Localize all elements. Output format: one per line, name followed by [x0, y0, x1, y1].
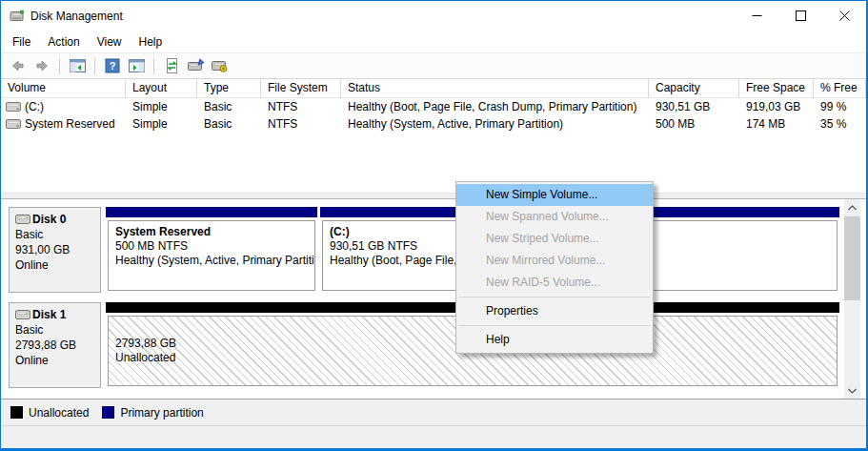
scroll-up-button[interactable] [844, 199, 860, 215]
menu-item-new-raid5-volume: New RAID-5 Volume... [456, 272, 653, 294]
legend-item-unallocated: Unallocated [10, 406, 89, 420]
menu-action[interactable]: Action [39, 32, 88, 51]
svg-text:?: ? [110, 60, 116, 72]
column-header-type[interactable]: Type [197, 79, 261, 98]
legend-item-primary-partition: Primary partition [102, 406, 203, 420]
legend-bar: Unallocated Primary partition [1, 399, 866, 425]
volume-capacity: 500 MB [649, 117, 739, 131]
close-icon [839, 10, 850, 21]
volume-file-system: NTFS [261, 100, 341, 113]
volume-status: Healthy (System, Active, Primary Partiti… [341, 117, 649, 131]
disk-type: Basic [15, 227, 100, 242]
toolbar: ? [1, 52, 866, 79]
toolbar-separator [94, 58, 95, 74]
context-menu: New Simple Volume... New Spanned Volume.… [455, 181, 654, 354]
column-header-file-system[interactable]: File System [261, 79, 341, 98]
column-header-percent-free[interactable]: % Free [814, 79, 866, 98]
primary-partition-color-bar [106, 207, 317, 217]
menu-separator [458, 325, 651, 326]
volume-type: Basic [197, 117, 261, 131]
titlebar: Disk Management [1, 1, 866, 31]
back-button[interactable] [8, 55, 29, 76]
volume-table-header: Volume Layout Type File System Status Ca… [1, 79, 866, 98]
volume-list-pane: Volume Layout Type File System Status Ca… [1, 79, 866, 193]
refresh-button[interactable] [161, 55, 182, 76]
disk-status: Online [15, 257, 100, 273]
partition-status: Healthy (System, Active, Primary Partiti… [115, 254, 313, 268]
column-header-capacity[interactable]: Capacity [649, 79, 739, 98]
help-button[interactable]: ? [102, 55, 123, 76]
help-icon: ? [105, 58, 120, 73]
status-bar [1, 425, 866, 448]
partition-system-reserved[interactable]: System Reserved 500 MB NTFS Healthy (Sys… [106, 207, 317, 293]
pane-splitter[interactable] [1, 193, 866, 199]
vertical-scrollbar[interactable] [844, 199, 860, 399]
partition-title: System Reserved [115, 225, 313, 239]
disk-0-label[interactable]: Disk 0 Basic 931,00 GB Online [9, 207, 101, 293]
volume-free-space: 919,03 GB [739, 100, 814, 113]
minimize-button[interactable] [735, 1, 778, 31]
forward-icon [34, 58, 50, 73]
disk-size: 931,00 GB [15, 242, 100, 257]
scrollbar-thumb[interactable] [844, 216, 860, 300]
volume-percent-free: 99 % [814, 100, 866, 113]
menu-view[interactable]: View [89, 32, 131, 51]
column-header-status[interactable]: Status [341, 79, 649, 98]
show-action-pane-icon [129, 59, 145, 73]
show-console-tree-icon [70, 59, 86, 73]
column-header-layout[interactable]: Layout [126, 79, 197, 98]
volume-layout: Simple [126, 100, 197, 113]
volume-type: Basic [197, 100, 261, 113]
disk-name: Disk 0 [32, 212, 66, 227]
volume-name: (C:) [25, 100, 44, 113]
graphical-view-pane: Disk 0 Basic 931,00 GB Online System Res… [1, 199, 866, 399]
menu-help[interactable]: Help [131, 32, 172, 51]
legend-label: Primary partition [120, 406, 203, 420]
volume-status: Healthy (Boot, Page File, Crash Dump, Pr… [341, 100, 649, 113]
disk-settings-button[interactable] [209, 55, 230, 76]
disk-1-row: Disk 1 Basic 2793,88 GB Online 2793,88 G… [9, 302, 839, 388]
show-console-tree-button[interactable] [67, 55, 88, 76]
disk-settings-icon [212, 58, 228, 73]
chevron-up-icon [848, 205, 857, 211]
legend-label: Unallocated [29, 406, 89, 420]
menu-item-new-striped-volume: New Striped Volume... [456, 228, 653, 250]
volume-percent-free: 35 % [814, 117, 866, 131]
forward-button[interactable] [31, 55, 52, 76]
menu-item-new-simple-volume[interactable]: New Simple Volume... [456, 184, 653, 206]
volume-icon [6, 101, 21, 113]
disk-0-row: Disk 0 Basic 931,00 GB Online System Res… [9, 207, 839, 293]
column-header-volume[interactable]: Volume [1, 79, 126, 98]
primary-partition-swatch [102, 406, 114, 419]
disk-management-window: Disk Management File Action View Help [0, 0, 868, 451]
show-action-pane-button[interactable] [126, 55, 147, 76]
maximize-button[interactable] [778, 1, 822, 31]
menu-item-properties[interactable]: Properties [456, 300, 653, 322]
rescan-disks-button[interactable] [185, 55, 206, 76]
disk-size: 2793,88 GB [15, 338, 100, 353]
menu-file[interactable]: File [4, 32, 39, 51]
back-icon [10, 58, 26, 73]
volume-row-system-reserved[interactable]: System Reserved Simple Basic NTFS Health… [1, 115, 866, 133]
column-header-free-space[interactable]: Free Space [739, 79, 814, 98]
volume-name: System Reserved [25, 117, 115, 131]
menu-item-new-mirrored-volume: New Mirrored Volume... [456, 250, 653, 272]
unallocated-swatch [10, 406, 23, 419]
disk-type: Basic [15, 322, 100, 338]
disk-icon [15, 309, 30, 320]
close-button[interactable] [822, 1, 866, 31]
refresh-icon [165, 58, 179, 73]
menu-item-help[interactable]: Help [456, 329, 653, 351]
disk-status: Online [15, 353, 100, 368]
minimize-icon [752, 10, 762, 21]
volume-capacity: 930,51 GB [649, 100, 739, 113]
scroll-down-button[interactable] [844, 382, 860, 399]
volume-row-c[interactable]: (C:) Simple Basic NTFS Healthy (Boot, Pa… [1, 98, 866, 115]
partition-size: 500 MB NTFS [115, 239, 313, 254]
disk-1-label[interactable]: Disk 1 Basic 2793,88 GB Online [9, 302, 101, 388]
maximize-icon [796, 10, 806, 21]
toolbar-separator [153, 58, 154, 74]
menu-separator [458, 297, 651, 297]
window-controls [735, 1, 866, 31]
disk-name: Disk 1 [32, 307, 66, 322]
